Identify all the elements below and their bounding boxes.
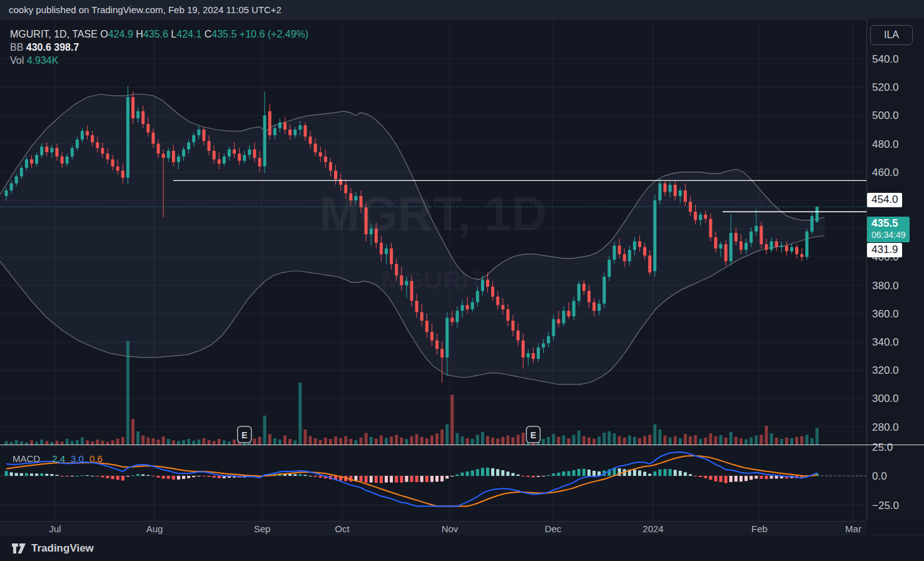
svg-text:E: E (241, 430, 247, 440)
svg-text:MGRT, 1D: MGRT, 1D (319, 186, 547, 241)
price-axis-label: 320.0 (872, 364, 899, 377)
macd-legend[interactable]: MACD2.43.00.6 (13, 453, 108, 464)
tradingview-wordmark[interactable]: TradingView (31, 542, 94, 555)
chart-canvas[interactable]: MGRT, 1DMGURITEE MGURIT, 1D, TASE O424.9… (0, 19, 866, 521)
open-label: O (100, 29, 108, 39)
legend-row-bb: BB 430.6 398.7 (10, 41, 308, 54)
tradingview-published-chart: cooky published on TradingView.com, Feb … (0, 0, 924, 561)
legend-row-volume: Vol 4.934K (10, 54, 308, 67)
macd-axis-label: −25.0 (872, 500, 899, 512)
price-axis[interactable]: ILA 540.0520.0500.0480.0460.0440.0420.04… (866, 19, 924, 521)
macd-axis-label: 0.0 (872, 470, 887, 483)
bb-upper-value: 430.6 (26, 42, 51, 53)
countdown-timer: 06:34:49 (871, 229, 906, 241)
published-header: cooky published on TradingView.com, Feb … (0, 0, 924, 19)
macd-axis-label: 25.0 (872, 441, 893, 454)
open-value: 424.9 (108, 29, 133, 39)
time-axis-label[interactable]: Oct (335, 523, 349, 534)
time-axis-label[interactable]: Dec (545, 523, 562, 534)
close-label: C (205, 29, 212, 39)
high-value: 435.6 (143, 29, 168, 39)
macd-hist-value: 2.4 (52, 453, 65, 464)
price-axis-label: 500.0 (872, 110, 899, 122)
price-line-label-454: 454.0 (867, 193, 902, 207)
volume-label: Vol (10, 55, 24, 66)
volume-value: 4.934K (27, 55, 59, 66)
close-value: 435.5 (211, 29, 236, 39)
bb-label: BB (10, 42, 23, 53)
last-price-label: 435.5 06:34:49 (867, 217, 910, 242)
footer-bar: TradingView (0, 535, 924, 561)
price-axis-label: 340.0 (872, 336, 899, 349)
time-axis-label[interactable]: Jul (49, 523, 61, 534)
price-chart-svg[interactable]: MGRT, 1DMGURITEE (0, 19, 866, 521)
price-axis-label: 300.0 (872, 393, 899, 405)
time-axis-label[interactable]: Sep (254, 523, 271, 534)
time-axis-label[interactable]: 2024 (642, 523, 663, 534)
macd-signal-value: 0.6 (89, 453, 103, 464)
price-axis-label: 460.0 (872, 167, 899, 179)
last-price-value: 435.5 (871, 217, 898, 229)
low-value: 424.1 (176, 29, 201, 39)
time-axis[interactable]: JulAugSepOctNovDec2024FebMar (0, 521, 866, 535)
time-axis-label[interactable]: Nov (442, 523, 459, 534)
price-axis-label: 540.0 (872, 53, 899, 66)
published-text: cooky published on TradingView.com, Feb … (9, 4, 282, 15)
time-axis-label[interactable]: Feb (751, 523, 768, 534)
symbol-legend[interactable]: MGURIT, 1D, TASE O424.9 H435.6 L424.1 C4… (10, 28, 308, 67)
time-axis-label[interactable]: Aug (146, 523, 163, 534)
price-line-label-431: 431.9 (867, 243, 902, 257)
low-label: L (171, 29, 176, 39)
price-axis-label: 280.0 (872, 421, 899, 434)
bb-lower-value: 398.7 (54, 42, 79, 53)
price-axis-label: 480.0 (872, 138, 899, 151)
price-axis-label: 520.0 (872, 81, 899, 94)
price-axis-label: 380.0 (872, 280, 899, 292)
time-axis-label[interactable]: Mar (845, 523, 861, 534)
change-value: +10.6 (+2.49%) (240, 29, 308, 39)
high-label: H (136, 29, 143, 39)
legend-row-symbol: MGURIT, 1D, TASE O424.9 H435.6 L424.1 C4… (10, 28, 308, 41)
currency-button[interactable]: ILA (870, 25, 913, 45)
price-axis-label: 360.0 (872, 308, 899, 321)
tradingview-logo-icon[interactable] (11, 542, 26, 555)
svg-text:E: E (531, 430, 536, 440)
symbol-title: MGURIT, 1D, TASE (10, 29, 98, 39)
macd-line-value: 3.0 (71, 453, 84, 464)
macd-label: MACD (13, 453, 40, 464)
pane-separator[interactable] (0, 445, 924, 445)
